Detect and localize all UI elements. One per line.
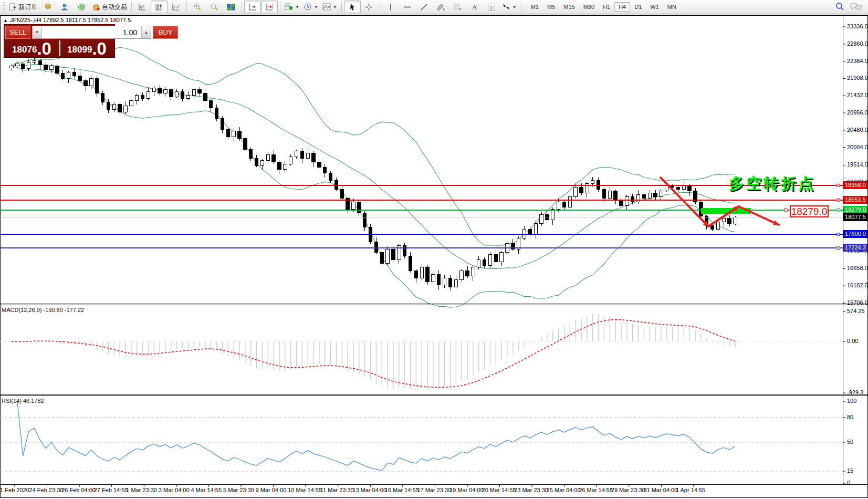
profile-button[interactable]: [56, 1, 73, 13]
dropdown-caret-icon: ▼: [333, 5, 337, 9]
line-chart-button[interactable]: [168, 1, 184, 13]
one-click-trading-panel: SELL ▼ ▲ BUY 18076.0 18099.0: [4, 24, 115, 58]
auto-trading-label: 自动交易: [102, 3, 127, 12]
auto-trading-button[interactable]: 自动交易: [90, 1, 129, 13]
new-order-icon: [9, 3, 17, 11]
timeframe-m15[interactable]: M15: [559, 2, 579, 12]
auto-scroll-button[interactable]: [244, 1, 261, 13]
chart-ohlc-info: ▲JPN225-,H4 17892.5 18117.5 17852.5 1807…: [3, 17, 131, 23]
timeframe-h1[interactable]: H1: [599, 2, 614, 12]
chat-icon[interactable]: [850, 2, 862, 12]
chart-shift-icon: [265, 3, 274, 11]
crosshair-icon: [365, 3, 373, 11]
toolbar-separator: [131, 2, 132, 12]
svg-text:T: T: [489, 4, 493, 10]
text-label-button[interactable]: T: [483, 1, 500, 13]
price-flag-label[interactable]: 18279.0: [790, 205, 829, 217]
crosshair-button[interactable]: [361, 1, 378, 13]
text-button[interactable]: A: [466, 1, 483, 13]
candlestick-chart-icon: [155, 3, 163, 11]
arrows-button[interactable]: ▼: [500, 1, 519, 13]
trendline-icon: [420, 3, 428, 11]
timeframe-h4[interactable]: H4: [614, 2, 630, 12]
auto-trading-icon: [92, 3, 100, 11]
templates-button[interactable]: ▼: [320, 1, 339, 13]
bar-chart-icon: [138, 3, 147, 11]
indicators-button[interactable]: ▼: [283, 1, 301, 13]
profile-icon: [61, 3, 69, 11]
toolbar-right: [835, 2, 862, 12]
chart-shift-button[interactable]: [261, 1, 278, 13]
trade-panel-top: SELL ▼ ▲ BUY: [4, 25, 114, 39]
market-watch-button[interactable]: [39, 1, 56, 13]
tile-windows-button[interactable]: [223, 1, 239, 13]
zoom-in-button[interactable]: [189, 1, 206, 13]
buy-price-main: 18099: [67, 44, 92, 56]
signals-button[interactable]: [73, 1, 90, 13]
indicators-icon: [285, 3, 293, 11]
bar-chart-button[interactable]: [134, 1, 151, 13]
svg-text:E: E: [443, 8, 445, 11]
arrows-icon: [502, 3, 510, 11]
text-label-icon: T: [487, 3, 496, 11]
sell-price[interactable]: 18076.0: [4, 39, 59, 57]
macd-label: MACD(12,26,9) -190.80 -177.22: [2, 307, 84, 313]
sell-button[interactable]: SELL: [5, 26, 30, 39]
horizontal-line-icon: [403, 3, 412, 11]
ohlc-text: JPN225-,H4 17892.5 18117.5 17852.5 18077…: [10, 17, 131, 23]
zoom-in-icon: [193, 3, 202, 11]
fibonacci-button[interactable]: F: [449, 1, 466, 13]
vertical-line-button[interactable]: [382, 1, 399, 13]
buy-price[interactable]: 18099.0: [59, 39, 114, 57]
toolbar-separator: [521, 2, 521, 12]
channel-button[interactable]: E: [433, 1, 449, 13]
rsi-label: RSI(14) 46.1782: [2, 398, 44, 404]
layers-icon: [44, 3, 52, 11]
turning-point-annotation[interactable]: 多空转折点: [729, 173, 815, 194]
timeframe-m30[interactable]: M30: [579, 2, 599, 12]
volume-decrease-button[interactable]: ▼: [33, 26, 42, 38]
zoom-out-icon: [210, 3, 218, 11]
svg-text:F: F: [459, 8, 462, 11]
toolbar-separator: [380, 2, 380, 12]
buy-button[interactable]: BUY: [153, 26, 178, 39]
timeframe-mn[interactable]: MN: [663, 2, 681, 12]
chart-canvas[interactable]: [0, 0, 868, 499]
cursor-button[interactable]: [344, 1, 361, 13]
cursor-icon: [349, 3, 356, 11]
volume-control: ▼ ▲: [32, 26, 151, 39]
search-icon[interactable]: [835, 2, 844, 12]
candlestick-chart-button[interactable]: [151, 1, 168, 13]
toolbar-separator: [186, 2, 187, 12]
line-chart-icon: [172, 3, 180, 11]
new-order-button[interactable]: 新订单: [7, 1, 39, 13]
trendline-button[interactable]: [416, 1, 433, 13]
timeframe-m1[interactable]: M1: [527, 2, 543, 12]
fibonacci-icon: F: [453, 3, 462, 11]
dropdown-caret-icon: ▼: [513, 5, 517, 9]
new-order-label: 新订单: [18, 3, 37, 12]
equidistant-channel-icon: E: [436, 3, 445, 11]
toolbar-grip[interactable]: [3, 2, 5, 12]
buy-price-frac: .0: [92, 41, 107, 56]
timeframe-d1[interactable]: D1: [630, 2, 646, 12]
trade-panel-prices: 18076.0 18099.0: [4, 39, 114, 57]
toolbar: 新订单 自动交易 ▼ ▼: [0, 0, 868, 14]
volume-increase-button[interactable]: ▲: [141, 26, 151, 38]
toolbar-separator: [280, 2, 280, 12]
dropdown-caret-icon: ▼: [314, 5, 318, 9]
vertical-line-icon: [387, 3, 394, 11]
timeframe-w1[interactable]: W1: [646, 2, 663, 12]
periods-button[interactable]: ▼: [301, 1, 320, 13]
signal-icon: [78, 3, 86, 11]
timeframe-group: M1M5M15M30H1H4D1W1MN: [527, 2, 681, 12]
clock-icon: [304, 3, 312, 11]
sell-price-frac: .0: [37, 41, 51, 56]
svg-text:A: A: [472, 3, 477, 11]
volume-input[interactable]: [42, 26, 141, 38]
zoom-out-button[interactable]: [206, 1, 223, 13]
timeframe-m5[interactable]: M5: [543, 2, 559, 12]
dropdown-caret-icon: ▼: [295, 5, 299, 9]
horizontal-line-button[interactable]: [399, 1, 416, 13]
expand-triangle-icon[interactable]: ▲: [3, 18, 8, 23]
